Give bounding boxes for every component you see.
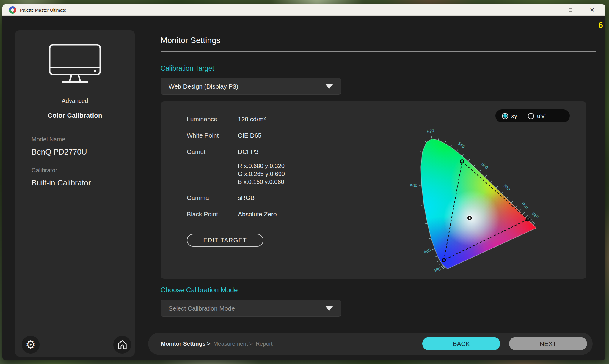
- gamut-label: Gamut: [187, 148, 205, 155]
- diagram-axes-toggle: xy u'v': [495, 109, 570, 122]
- svg-text:600: 600: [521, 201, 529, 209]
- minimize-icon: [547, 10, 551, 10]
- breadcrumb-report: Report: [256, 341, 273, 347]
- radio-xy-label[interactable]: xy: [511, 113, 517, 119]
- black-point-value: Absolute Zero: [238, 211, 277, 218]
- calibration-mode-placeholder: Select Calibration Mode: [169, 305, 235, 312]
- radio-uv-unselected[interactable]: [528, 113, 534, 119]
- svg-text:460: 460: [433, 267, 441, 273]
- gamma-label: Gamma: [187, 194, 209, 201]
- cie-spectrum-fill: [398, 123, 553, 277]
- radio-xy-selected[interactable]: [502, 113, 508, 119]
- gamma-value: sRGB: [238, 194, 255, 201]
- svg-text:540: 540: [457, 141, 466, 149]
- gamut-blue-xy: B x:0.150 y:0.060: [238, 178, 285, 186]
- monitor-icon: [48, 44, 101, 85]
- maximize-button[interactable]: [567, 7, 574, 13]
- sidebar: Advanced Color Calibration Model Name Be…: [15, 30, 135, 357]
- model-name-value: BenQ PD2770U: [32, 147, 87, 157]
- choose-calibration-mode-heading: Choose Calibration Mode: [161, 286, 238, 294]
- mode-label: Advanced: [15, 97, 135, 104]
- luminance-value: 120 cd/m²: [238, 116, 266, 123]
- divider: [25, 108, 125, 108]
- calibrator-label: Calibrator: [32, 167, 57, 174]
- svg-text:520: 520: [426, 128, 434, 134]
- overlay-counter-badge: 6: [598, 21, 603, 30]
- model-name-label: Model Name: [32, 136, 65, 143]
- chevron-down-icon: [325, 306, 333, 311]
- back-button[interactable]: BACK: [422, 337, 500, 350]
- luminance-label: Luminance: [187, 116, 217, 123]
- calibration-target-dropdown[interactable]: Web Design (Display P3): [161, 78, 341, 95]
- gear-icon: ⚙: [26, 339, 36, 350]
- page-title: Monitor Settings: [161, 36, 221, 45]
- gamut-value: DCI-P3: [238, 148, 258, 155]
- gamut-green-xy: G x:0.265 y:0.690: [238, 170, 285, 178]
- home-button[interactable]: [113, 336, 131, 354]
- calibrator-value: Built-in Calibrator: [32, 178, 91, 187]
- cie-chromaticity-diagram: 460480500520540560580600620: [398, 123, 553, 277]
- breadcrumb: Monitor Settings > Measurement > Report: [161, 333, 273, 355]
- breadcrumb-measurement: Measurement >: [213, 341, 253, 347]
- maximize-icon: [569, 8, 572, 12]
- svg-text:500: 500: [410, 183, 418, 188]
- white-point-label: White Point: [187, 132, 219, 139]
- app-logo-icon: [9, 6, 16, 14]
- chevron-down-icon: [325, 84, 333, 89]
- breadcrumb-monitor-settings: Monitor Settings >: [161, 341, 210, 347]
- title-bar[interactable]: Palette Master Ultimate ✕: [2, 4, 605, 16]
- section-title-color-calibration: Color Calibration: [15, 112, 135, 119]
- white-point-value: CIE D65: [238, 132, 261, 139]
- settings-button[interactable]: ⚙: [22, 336, 40, 354]
- radio-uv-label[interactable]: u'v': [537, 113, 546, 119]
- home-icon: [117, 339, 128, 350]
- gamut-rgb-coordinates: R x:0.680 y:0.320 G x:0.265 y:0.690 B x:…: [238, 162, 285, 186]
- close-icon: ✕: [590, 7, 594, 13]
- svg-text:580: 580: [503, 183, 511, 192]
- app-title: Palette Master Ultimate: [20, 7, 66, 12]
- gamut-red-xy: R x:0.680 y:0.320: [238, 162, 285, 170]
- divider: [25, 124, 125, 124]
- black-point-label: Black Point: [187, 211, 218, 218]
- minimize-button[interactable]: [546, 7, 553, 13]
- calibration-target-heading: Calibration Target: [161, 64, 214, 73]
- calibration-target-value: Web Design (Display P3): [169, 83, 238, 90]
- footer-bar: Monitor Settings > Measurement > Report …: [148, 333, 593, 355]
- next-button[interactable]: NEXT: [509, 337, 587, 350]
- edit-target-button[interactable]: EDIT TARGET: [187, 234, 263, 247]
- svg-text:480: 480: [423, 248, 431, 255]
- svg-text:620: 620: [531, 211, 539, 220]
- title-rule: [161, 51, 596, 52]
- close-button[interactable]: ✕: [589, 7, 595, 13]
- svg-text:560: 560: [481, 162, 489, 170]
- calibration-target-panel: Luminance 120 cd/m² White Point CIE D65 …: [161, 101, 586, 279]
- calibration-mode-dropdown[interactable]: Select Calibration Mode: [161, 300, 341, 317]
- app-window: Palette Master Ultimate ✕ 6 Advanced Col…: [2, 4, 605, 360]
